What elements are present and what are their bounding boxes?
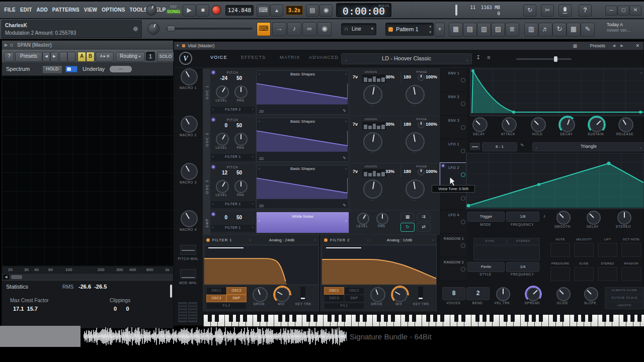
filter2-power-led[interactable] bbox=[324, 238, 328, 242]
sampler-tab[interactable]: SMP bbox=[203, 211, 210, 234]
osc1-phase-dial[interactable] bbox=[418, 74, 425, 81]
lfo-frequency-selector[interactable]: 1/8 bbox=[506, 212, 539, 222]
help-icon[interactable]: ? bbox=[579, 5, 592, 17]
osc3-phase-dial[interactable] bbox=[418, 168, 425, 175]
filter1-input-osc3[interactable]: OSC3 bbox=[206, 295, 226, 302]
bend-value[interactable]: 2 bbox=[466, 287, 490, 300]
osc2-tab[interactable]: OSC 2 bbox=[203, 116, 210, 163]
filter2-display[interactable] bbox=[321, 245, 437, 285]
always-glide-toggle[interactable]: ALWAYS GLIDE bbox=[605, 287, 644, 294]
filter1-input-osc2[interactable]: OSC2 bbox=[226, 287, 247, 295]
osc3-transpose[interactable]: 12 bbox=[212, 170, 227, 175]
shuffle-knob[interactable] bbox=[146, 5, 157, 16]
osc2-transpose[interactable]: 0 bbox=[212, 123, 227, 128]
osc1-unison-bars[interactable] bbox=[362, 74, 387, 83]
source-lift[interactable]: LIFT bbox=[596, 238, 619, 258]
osc3-dimension-toggle[interactable]: 2D bbox=[259, 204, 264, 208]
osc3-power-led[interactable] bbox=[212, 165, 215, 168]
filter1-power-led[interactable] bbox=[206, 238, 210, 242]
random-stereo-button[interactable]: STEREO bbox=[507, 238, 540, 245]
hold-button[interactable]: HOLD bbox=[42, 65, 62, 74]
osc1-power-led[interactable] bbox=[212, 71, 215, 74]
hint-slider[interactable] bbox=[455, 5, 457, 16]
mixer-toggle-icon[interactable]: ▨ bbox=[491, 23, 505, 37]
filter-model-prev-icon[interactable]: ‹ bbox=[367, 238, 369, 242]
filter1-display[interactable] bbox=[204, 245, 319, 285]
filter2-model[interactable]: Analog : 12dB bbox=[371, 238, 428, 242]
tab-advanced[interactable]: ADVANCED bbox=[309, 55, 339, 60]
preset-prev-icon[interactable]: ◀ bbox=[613, 42, 615, 50]
menu-patterns[interactable]: PATTERNS bbox=[50, 2, 82, 19]
mod-drag-node[interactable] bbox=[461, 149, 465, 153]
sampler-pan-knob[interactable] bbox=[376, 213, 388, 225]
random-frequency-selector[interactable]: 1/4 bbox=[506, 262, 539, 272]
mod-env1[interactable]: ENV 1 bbox=[440, 68, 467, 92]
filter2-input-osc2[interactable]: OSC2 bbox=[344, 287, 364, 295]
osc1-pan-knob[interactable] bbox=[234, 85, 248, 99]
master-volume-handle[interactable] bbox=[554, 56, 557, 62]
filter2-input-osc3[interactable]: OSC3 bbox=[324, 295, 344, 302]
mod-drag-node[interactable] bbox=[461, 125, 465, 130]
loop-record-icon[interactable]: ∞ bbox=[302, 22, 316, 36]
vital-title-bar[interactable]: ▾ Vital (Master) ▦ Presets ◀ ▶ ✕ bbox=[174, 42, 643, 50]
osc3-unison-detune[interactable]: 33% bbox=[385, 169, 394, 174]
osc3-unison-big-knob[interactable] bbox=[363, 179, 382, 199]
tab-voice[interactable]: VOICE bbox=[210, 55, 227, 60]
macro2-knob[interactable] bbox=[181, 116, 198, 133]
tempo-display[interactable]: 124.848 bbox=[225, 5, 254, 16]
freeze-toggle[interactable] bbox=[65, 66, 77, 72]
random-sync-button[interactable]: SYNC bbox=[473, 238, 507, 245]
pattern-down-icon[interactable]: ▾ bbox=[429, 30, 431, 34]
preset-next-icon[interactable]: › bbox=[466, 56, 468, 65]
voices-value[interactable]: 8 bbox=[442, 287, 465, 300]
plugin-help-button[interactable]: ? bbox=[4, 52, 14, 62]
scroll-left-icon[interactable]: ◀ bbox=[3, 275, 9, 280]
main-volume-knob[interactable] bbox=[147, 23, 159, 35]
osc2-filter-routing[interactable]: ‹FILTER 1› bbox=[210, 153, 256, 161]
osc1-unison-detune[interactable]: 30% bbox=[385, 74, 394, 79]
pat-label[interactable]: PAT bbox=[166, 5, 181, 9]
source-random[interactable]: RANDOM bbox=[620, 262, 642, 282]
env-decay-knob[interactable] bbox=[560, 117, 575, 132]
source-slide[interactable]: SLIDE bbox=[573, 262, 595, 282]
osc3-filter-routing[interactable]: ‹FILTER 1› bbox=[210, 201, 256, 209]
notification-bell-icon[interactable] bbox=[133, 27, 138, 31]
browser-toggle-icon[interactable]: ≣ bbox=[505, 23, 519, 37]
tool-icon-4[interactable]: ▦ bbox=[567, 23, 581, 37]
microphone-icon[interactable] bbox=[558, 5, 572, 17]
osc2-dimension-toggle[interactable]: 2D bbox=[259, 157, 264, 160]
tool-icon-3[interactable]: ↻ bbox=[552, 23, 567, 37]
typing-keyboard-icon[interactable]: ⌨ bbox=[257, 5, 270, 17]
zoom-icon[interactable]: ⌕ bbox=[640, 70, 642, 75]
filter2-input-osc1[interactable]: OSC1 bbox=[324, 287, 344, 295]
metronome-icon[interactable]: ▴ bbox=[270, 5, 283, 17]
sampler-random-phase-icon[interactable]: ⇉ bbox=[417, 213, 431, 222]
filter2-input-smp[interactable]: SMP bbox=[344, 295, 364, 302]
compare-slot-1[interactable] bbox=[59, 52, 67, 62]
pat-song-switch[interactable]: PAT SONG bbox=[166, 5, 181, 16]
filter-model-next-icon[interactable]: › bbox=[432, 238, 434, 242]
wavetable-edit-icon[interactable]: ✎ bbox=[343, 109, 346, 113]
osc1-phase-value[interactable]: 180 bbox=[404, 74, 411, 79]
osc1-tune[interactable]: 50 bbox=[236, 75, 242, 81]
osc3-unison-bars[interactable] bbox=[362, 168, 387, 178]
osc3-phase-random[interactable]: 100% bbox=[426, 169, 437, 174]
osc3-pan-knob[interactable] bbox=[234, 180, 248, 193]
snap-selector[interactable]: ∩ Line ▾ bbox=[341, 23, 376, 35]
playlist-toggle-icon[interactable]: ▦ bbox=[449, 23, 463, 37]
pattern-up-icon[interactable]: ▴ bbox=[429, 24, 431, 28]
time-display[interactable]: M:S:CS 0:00:00 bbox=[336, 3, 391, 17]
osc2-unison-big-knob[interactable] bbox=[363, 132, 382, 151]
minimize-button[interactable]: – bbox=[605, 6, 617, 16]
lfo-shape-next-icon[interactable]: › bbox=[640, 144, 641, 152]
source-note[interactable]: NOTE bbox=[549, 238, 572, 258]
env-release-knob[interactable] bbox=[618, 117, 633, 132]
ab-a-button[interactable]: A bbox=[77, 52, 86, 62]
metronome-note-icon[interactable]: ♪ bbox=[287, 22, 301, 36]
osc2-unison-bars[interactable] bbox=[362, 121, 387, 131]
env-hold-knob[interactable] bbox=[531, 117, 546, 132]
filter1-model[interactable]: Analog : 24dB bbox=[254, 238, 310, 242]
osc2-phase-value[interactable]: 180 bbox=[404, 122, 411, 127]
source-oct-note[interactable]: OCT NOTE bbox=[620, 238, 642, 258]
news-ticker[interactable]: Today A newer ver... bbox=[607, 22, 641, 33]
